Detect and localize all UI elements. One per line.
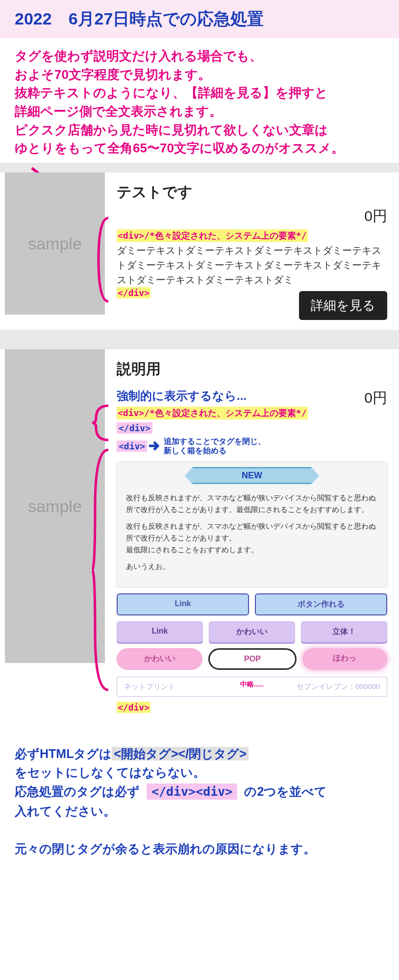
intro-line: 詳細ページ側で全文表示されます。 <box>15 102 384 121</box>
faded-left: ネットプリント <box>124 682 175 691</box>
card-title: テストです <box>117 182 387 202</box>
code-tag-pair: </div><div> <box>147 784 238 800</box>
intro-text: タグを使わず説明文だけ入れる場合でも、 およそ70文字程度で見切れます。 抜粋テ… <box>0 38 399 163</box>
code-close-tag: </div> <box>117 287 150 298</box>
price: 0円 <box>117 206 387 226</box>
code-open-tag: <div>/*色々設定された、システム上の要素*/ <box>117 407 308 419</box>
footer-line: 応急処置のタグは必ず </div><div> の2つを並べて <box>15 782 384 802</box>
faded-right: セブンイレブン：000000 <box>297 682 380 691</box>
faded-row: ネットプリント 中略..... セブンイレブン：000000 <box>117 677 387 697</box>
intro-line: タグを使わず説明文だけ入れる場合でも、 <box>15 47 384 66</box>
sample-button-cute[interactable]: かわいい <box>209 621 295 642</box>
intro-line: 抜粋テキストのようになり、【詳細を見る】を押すと <box>15 84 384 102</box>
footer-note: 必ずHTMLタグは<開始タグ></閉じタグ> をセットにしなくてはならない。 応… <box>0 733 399 879</box>
intro-line: およそ70文字程度で見切れます。 <box>15 66 384 84</box>
content-box: NEW 改行も反映されますが、スマホなど幅が狭いデバイスから閲覧すると思わぬ所で… <box>117 462 387 588</box>
product-card-1: sample テストです 0円 <div>/*色々設定された、システム上の要素*… <box>0 172 399 330</box>
footer-line: をセットにしなくてはならない。 <box>15 763 384 782</box>
code-open-tag-inserted: <div> <box>117 441 147 452</box>
intro-line: ゆとりをもって全角65〜70文字に収めるのがオススメ。 <box>15 139 384 158</box>
paragraph: 改行も反映されますが、スマホなど幅が狭いデバイスから閲覧すると思わぬ所で改行が入… <box>126 492 378 515</box>
sample-button-create[interactable]: ボタン作れる <box>255 593 387 615</box>
intro-line: ピクスク店舗から見た時に見切れて欲しくない文章は <box>15 121 384 140</box>
code-close-tag-inserted: </div> <box>117 422 152 434</box>
paragraph: 改行も反映されますが、スマホなど幅が狭いデバイスから閲覧すると思わぬ所で改行が入… <box>126 520 378 556</box>
description-text: ダミーテキストダミーテキストダミーテキストダミーテキストダミーテキストダミーテキ… <box>117 243 387 287</box>
arrow-icon <box>148 440 161 452</box>
annotation-text: 追加することでタグを閉じ、 新しく箱を始める <box>164 437 266 455</box>
sample-button-3d[interactable]: 立体！ <box>301 621 387 642</box>
code-open-tag: <div>/*色々設定された、システム上の要素*/ <box>117 229 308 242</box>
page-title: 2022 6月27日時点での応急処置 <box>0 0 399 38</box>
sample-button-pop[interactable]: POP <box>208 648 296 670</box>
thumbnail: sample <box>5 349 105 663</box>
card-subheading: 強制的に表示するなら... <box>117 388 247 404</box>
omit-label: 中略..... <box>240 680 263 689</box>
sample-button-link[interactable]: Link <box>117 621 203 642</box>
paragraph: あいうえお。 <box>126 561 378 572</box>
footer-warning: 元々の閉じタグが余ると表示崩れの原因になります。 <box>15 839 384 858</box>
card-title: 説明用 <box>117 359 387 379</box>
footer-line: 入れてください。 <box>15 802 384 821</box>
sample-button-cute[interactable]: かわいい <box>117 648 202 670</box>
price: 0円 <box>364 388 387 408</box>
product-card-2: sample 説明用 強制的に表示するなら... 0円 <div>/*色々設定さ… <box>0 349 399 722</box>
ribbon: NEW <box>117 467 387 484</box>
detail-button[interactable]: 詳細を見る <box>299 291 387 320</box>
thumbnail: sample <box>5 172 105 315</box>
footer-line: 必ずHTMLタグは<開始タグ></閉じタグ> <box>15 744 384 763</box>
sample-button-link[interactable]: Link <box>117 593 249 615</box>
ribbon-label: NEW <box>193 467 311 484</box>
content-text: 改行も反映されますが、スマホなど幅が狭いデバイスから閲覧すると思わぬ所で改行が入… <box>117 489 387 580</box>
sample-button-glow[interactable]: ほわっ <box>302 648 387 670</box>
code-close-tag: </div> <box>117 702 150 713</box>
